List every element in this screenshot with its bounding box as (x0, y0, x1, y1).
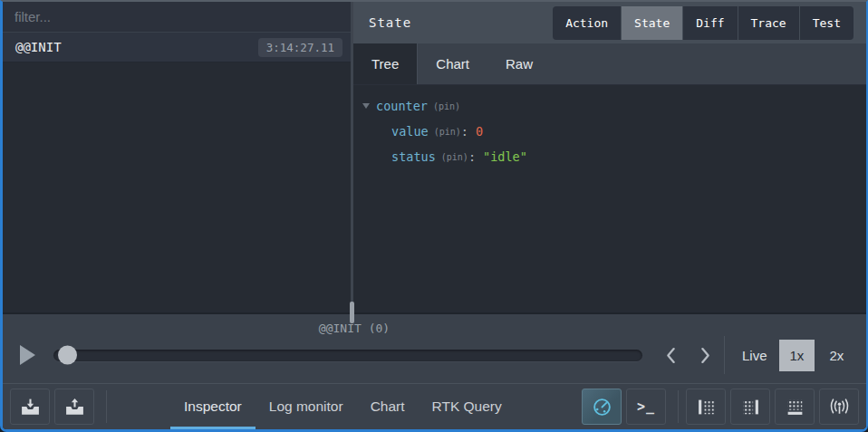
tab-chart[interactable]: Chart (357, 384, 419, 429)
sub-tab-bar: Tree Chart Raw (353, 43, 866, 85)
timeline-slider[interactable] (53, 350, 642, 361)
sub-tab-raw[interactable]: Raw (487, 43, 551, 84)
tree-row-value: value (pin) : 0 (362, 119, 866, 144)
chevron-right-icon (699, 347, 711, 364)
tab-trace[interactable]: Trace (738, 6, 799, 40)
tree-key[interactable]: counter (376, 99, 428, 113)
tree-key[interactable]: status (391, 149, 436, 164)
sub-tab-tree[interactable]: Tree (353, 43, 418, 84)
action-list-panel: @@INIT 3:14:27.11 (3, 2, 351, 312)
playback-divider (724, 336, 725, 374)
state-panel: State Action State Diff Trace Test Tree … (353, 2, 866, 312)
pin-label[interactable]: (pin) (433, 101, 460, 111)
import-icon (20, 398, 41, 417)
export-icon (64, 398, 85, 417)
dock-bottom-icon (786, 398, 805, 417)
state-panel-header: State Action State Diff Trace Test (353, 2, 866, 43)
chevron-left-icon (665, 347, 677, 364)
tree-value-number: 0 (476, 124, 483, 139)
redux-devtools-window: @@INIT 3:14:27.11 State Action State Dif… (0, 0, 868, 432)
pin-label[interactable]: (pin) (434, 127, 461, 137)
tree-row-status: status (pin) : "idle" (362, 144, 866, 169)
dock-right-icon (741, 398, 760, 417)
tab-rtk-query[interactable]: RTK Query (419, 384, 516, 429)
live-button[interactable]: Live (742, 348, 767, 363)
tree-key[interactable]: value (391, 124, 429, 139)
speed-2x-button[interactable]: 2x (818, 340, 854, 371)
tab-log-monitor[interactable]: Log monitor (256, 384, 357, 429)
step-forward-button[interactable] (688, 340, 722, 370)
filter-bar (3, 2, 351, 33)
pause-recording-button[interactable] (582, 389, 622, 425)
tab-diff[interactable]: Diff (683, 6, 737, 40)
monitor-tabs: Inspector Log monitor Chart RTK Query (170, 384, 516, 429)
dock-left-button[interactable] (686, 389, 726, 425)
sub-tab-chart[interactable]: Chart (418, 43, 487, 84)
speed-1x-button[interactable]: 1x (779, 340, 815, 371)
terminal-icon: >_ (637, 398, 655, 415)
toolbar-divider-2 (678, 390, 679, 423)
tab-test[interactable]: Test (800, 6, 854, 40)
step-back-button[interactable] (653, 340, 688, 370)
import-button[interactable] (10, 389, 50, 425)
key-value-separator: : (461, 124, 468, 139)
tree-row-counter: counter (pin) (362, 93, 866, 119)
expander-icon[interactable] (362, 103, 370, 109)
tree-value-string: "idle" (483, 149, 527, 164)
panel-resize-handle[interactable] (350, 302, 354, 323)
action-timestamp-badge: 3:14:27.11 (258, 38, 342, 57)
dispatcher-button[interactable]: >_ (626, 389, 666, 425)
timer-icon (592, 397, 612, 418)
filter-input[interactable] (3, 2, 351, 32)
state-tree-view: counter (pin) value (pin) : 0 status (pi… (353, 85, 866, 312)
view-tab-group: Action State Diff Trace Test (553, 6, 854, 40)
dock-bottom-button[interactable] (775, 389, 815, 425)
action-name: @@INIT (15, 40, 62, 54)
play-icon (20, 345, 35, 365)
remote-icon (828, 398, 851, 417)
bottom-toolbar: Inspector Log monitor Chart RTK Query >_ (3, 384, 866, 429)
panel-resize-divider[interactable] (351, 2, 353, 312)
current-action-label: @@INIT (0) (319, 322, 390, 335)
playback-bar: @@INIT (0) Live 1x 2x (3, 314, 866, 384)
panel-title: State (369, 15, 411, 30)
tab-inspector[interactable]: Inspector (170, 384, 256, 429)
action-list-empty (3, 62, 351, 312)
remote-button[interactable] (819, 389, 859, 425)
timeline-slider-thumb[interactable] (58, 346, 77, 365)
export-button[interactable] (54, 389, 94, 425)
play-button[interactable] (12, 341, 43, 369)
dock-right-button[interactable] (730, 389, 770, 425)
dock-left-icon (697, 398, 716, 417)
main-area: @@INIT 3:14:27.11 State Action State Dif… (3, 2, 866, 314)
toolbar-divider (106, 390, 107, 423)
action-list-item[interactable]: @@INIT 3:14:27.11 (3, 33, 351, 62)
pin-label[interactable]: (pin) (441, 152, 468, 162)
tab-state[interactable]: State (622, 6, 682, 40)
key-value-separator: : (468, 149, 476, 164)
tab-action[interactable]: Action (553, 6, 621, 40)
